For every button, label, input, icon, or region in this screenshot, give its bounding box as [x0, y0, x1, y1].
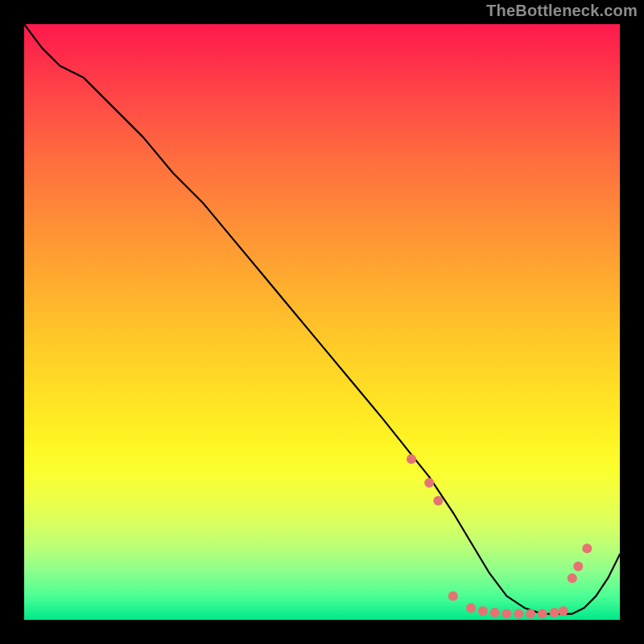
data-point: [424, 478, 434, 488]
data-point: [466, 603, 476, 613]
data-point: [573, 561, 583, 571]
data-point: [526, 609, 535, 619]
data-point: [433, 496, 443, 506]
data-point: [514, 609, 523, 619]
data-point: [502, 609, 511, 619]
data-point: [490, 608, 500, 617]
data-point: [478, 606, 488, 616]
chart-overlay: [24, 24, 620, 620]
data-point: [407, 454, 416, 464]
data-point: [448, 591, 458, 601]
data-point: [568, 573, 577, 583]
data-point: [550, 608, 559, 617]
data-point: [582, 543, 592, 553]
bottleneck-curve: [24, 24, 620, 614]
data-point: [538, 609, 547, 619]
attribution-text: TheBottleneck.com: [486, 2, 638, 20]
chart-stage: TheBottleneck.com: [0, 0, 644, 644]
data-point: [559, 606, 568, 616]
data-point-markers: [407, 454, 592, 618]
